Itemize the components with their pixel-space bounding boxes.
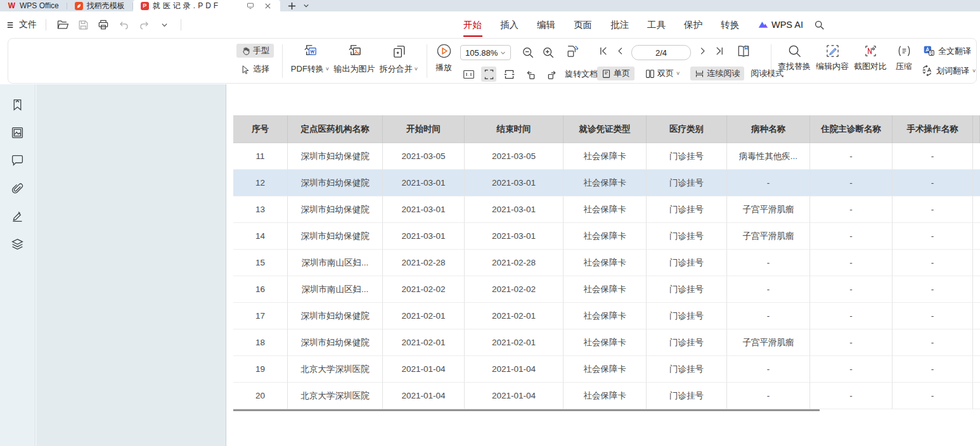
menu-tab[interactable]: 插入: [500, 11, 519, 38]
image-thumbnail-icon: [11, 126, 24, 139]
present-to-screen-icon[interactable]: [243, 2, 257, 10]
fit-page-button[interactable]: [501, 67, 517, 82]
play-button[interactable]: 播放: [429, 43, 458, 73]
last-page-button[interactable]: [714, 46, 724, 56]
table-header-cell: 定点医药机构名称: [288, 115, 383, 143]
attachments-panel-button[interactable]: [11, 182, 24, 195]
save-button[interactable]: [75, 17, 91, 32]
rotate-left-button[interactable]: [523, 67, 538, 82]
zoom-in-button[interactable]: [541, 45, 556, 60]
new-tab-button[interactable]: [285, 0, 299, 11]
find-replace-button[interactable]: 查找替换: [775, 44, 813, 72]
menu-tab[interactable]: 工具: [647, 11, 666, 38]
table-cell: 深圳市妇幼保健院: [288, 196, 383, 223]
hand-tool-button[interactable]: 手型: [236, 44, 274, 58]
table-row[interactable]: 18深圳市妇幼保健院2021-02-012021-02-01社会保障卡门诊挂号子…: [233, 329, 980, 356]
signature-panel-button[interactable]: [11, 210, 24, 223]
menu-tab[interactable]: 开始: [463, 11, 482, 38]
edit-content-label: 编辑内容: [816, 61, 849, 72]
print-button[interactable]: [96, 17, 111, 32]
first-page-button[interactable]: [599, 46, 609, 56]
file-menu-button[interactable]: 文件: [6, 19, 37, 30]
table-row[interactable]: 17深圳市妇幼保健院2021-02-012021-02-01社会保障卡门诊挂号-…: [233, 303, 980, 329]
table-row[interactable]: 19北京大学深圳医院2021-01-042021-01-04社会保障卡门诊挂号-…: [233, 356, 980, 383]
rotate-right-button[interactable]: [544, 67, 559, 82]
menu-tab[interactable]: 页面: [574, 11, 592, 38]
menu-tab[interactable]: 编辑: [537, 11, 555, 38]
zoom-out-button[interactable]: [520, 45, 536, 60]
table-cell: 12: [233, 170, 288, 196]
edit-content-button[interactable]: 编辑内容: [813, 44, 851, 72]
hand-tool-label: 手型: [253, 45, 269, 56]
table-row[interactable]: 14深圳市妇幼保健院2021-03-012021-03-01社会保障卡门诊挂号子…: [233, 223, 980, 250]
menu-tab[interactable]: 批注: [610, 11, 629, 38]
navigation-panel[interactable]: [36, 84, 226, 446]
global-search-button[interactable]: [812, 17, 827, 32]
table-cell: 社会保障卡: [564, 196, 647, 223]
table-cell: -: [893, 303, 973, 329]
compress-label: 压缩: [896, 61, 912, 72]
table-row[interactable]: 13深圳市妇幼保健院2021-03-012021-03-01社会保障卡门诊挂号子…: [233, 196, 980, 223]
tab-list-chevron[interactable]: [299, 0, 313, 11]
full-translate-button[interactable]: 全文翻译: [923, 45, 971, 57]
split-merge-button[interactable]: 拆分合并 ˅: [377, 43, 421, 75]
play-icon: [436, 43, 452, 59]
table-cell: 社会保障卡: [564, 383, 647, 409]
double-page-button[interactable]: 双页 ˅: [641, 67, 684, 80]
table-cell: -: [727, 250, 810, 276]
table-cell: 门诊挂号: [647, 170, 727, 196]
rotate-doc-label[interactable]: 旋转文档: [565, 68, 598, 80]
export-image-button[interactable]: 输出为图片: [332, 43, 377, 75]
table-row[interactable]: 20北京大学深圳医院2021-01-042021-01-04社会保障卡门诊挂号-…: [233, 383, 980, 409]
table-cell: -: [810, 196, 893, 223]
cursor-icon: [241, 65, 250, 74]
table-row[interactable]: 12深圳市妇幼保健院2021-03-012021-03-01社会保障卡门诊挂号-…: [233, 170, 980, 196]
table-cell: [973, 223, 980, 250]
open-file-button[interactable]: [55, 17, 70, 32]
tab-wps-office[interactable]: W WPS Office: [0, 0, 67, 11]
table-cell: -: [810, 356, 893, 383]
single-page-button[interactable]: 单页: [597, 67, 635, 80]
table-cell: -: [893, 276, 973, 303]
screenshot-compare-icon: [863, 44, 878, 58]
fit-width-button[interactable]: [481, 67, 496, 82]
read-mode-icon-button[interactable]: [736, 44, 751, 59]
tab-docer-template[interactable]: 找稻壳模板: [67, 0, 132, 11]
menu-bar: 文件 开始插入编辑页面批注工具保护转换 WPS AI: [0, 11, 980, 38]
table-row[interactable]: 11深圳市妇幼保健院2021-03-052021-03-05社会保障卡门诊挂号病…: [233, 143, 980, 170]
document-title: 就医记录.PDF: [153, 1, 221, 11]
table-cell: 2021-01-04: [465, 383, 564, 409]
tab-document-active[interactable]: P 就医记录.PDF: [133, 0, 280, 11]
thumbnails-panel-button[interactable]: [11, 126, 24, 139]
screenshot-compare-button[interactable]: 截图对比: [851, 44, 889, 72]
pdf-convert-button[interactable]: PDF转换 ˅: [288, 43, 332, 75]
rotate-pages-button[interactable]: [565, 44, 580, 59]
pdf-side-toolbar: [0, 84, 35, 446]
quick-access-chevron[interactable]: [157, 17, 172, 32]
prev-page-button[interactable]: [616, 47, 624, 55]
page-number-input[interactable]: 2/4: [631, 45, 691, 60]
bookmarks-panel-button[interactable]: [11, 98, 24, 112]
actual-size-button[interactable]: [461, 67, 476, 82]
redo-button[interactable]: [136, 17, 152, 32]
select-tool-button[interactable]: 选择: [236, 62, 274, 76]
compress-button[interactable]: 压缩: [890, 44, 918, 72]
table-cell: 门诊挂号: [647, 356, 727, 383]
word-translate-button[interactable]: 划词翻译 ˅: [921, 65, 976, 77]
menu-tab[interactable]: 转换: [721, 11, 739, 38]
table-row[interactable]: 15深圳市南山区妇...2021-02-282021-02-28社会保障卡门诊挂…: [233, 250, 980, 276]
table-row[interactable]: 16深圳市南山区妇...2021-02-022021-02-02社会保障卡门诊挂…: [233, 276, 980, 303]
next-page-button[interactable]: [699, 47, 707, 55]
comments-panel-button[interactable]: [11, 154, 24, 167]
table-cell: -: [893, 223, 973, 250]
close-tab-icon[interactable]: [261, 3, 275, 10]
layers-panel-button[interactable]: [11, 238, 24, 251]
table-cell: -: [810, 383, 893, 409]
undo-button[interactable]: [116, 17, 131, 32]
menu-tab[interactable]: 保护: [684, 11, 702, 38]
zoom-level-dropdown[interactable]: 105.88%: [460, 45, 511, 60]
continuous-read-button[interactable]: 连续阅读: [690, 67, 744, 80]
divider: [282, 44, 283, 78]
wps-ai-button[interactable]: WPS AI: [758, 20, 803, 30]
book-icon: [736, 43, 751, 60]
